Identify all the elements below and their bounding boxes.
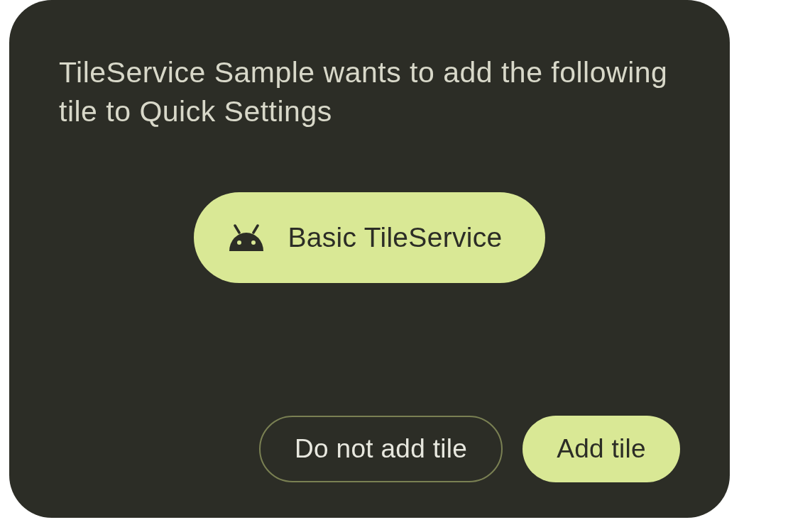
dialog-actions: Do not add tile Add tile [259,416,680,482]
tile-preview: Basic TileService [194,192,545,283]
svg-point-2 [237,240,241,245]
decline-button[interactable]: Do not add tile [259,416,503,482]
dialog-message: TileService Sample wants to add the foll… [59,53,680,132]
accept-button[interactable]: Add tile [522,416,680,482]
svg-line-1 [253,226,258,233]
svg-line-0 [235,226,239,233]
tile-label: Basic TileService [288,222,502,253]
add-tile-dialog: TileService Sample wants to add the foll… [9,0,730,518]
tile-preview-container: Basic TileService [59,192,680,283]
svg-point-3 [251,240,256,245]
android-icon [228,224,265,251]
